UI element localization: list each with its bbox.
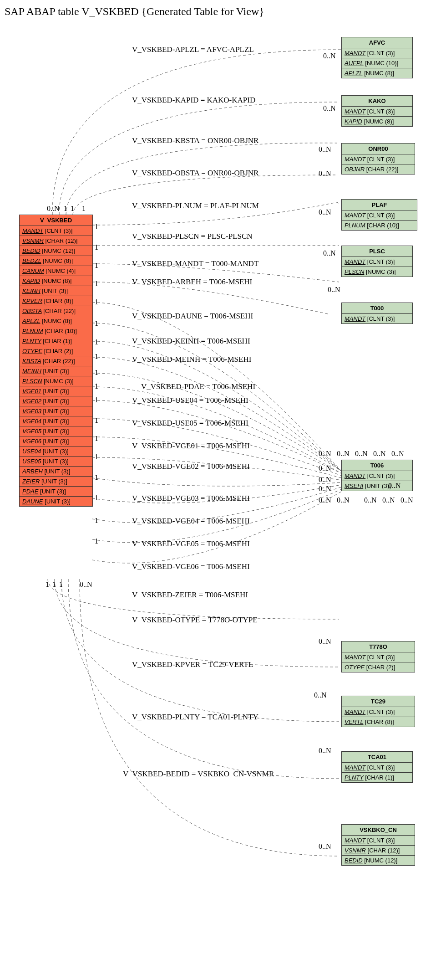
entity-field: PLSCN [NUMC (3)] [20,376,92,386]
relation-label: V_VSKBED-VGE03 = T006-MSEHI [132,494,250,503]
relation-label: V_VSKBED-KBSTA = ONR00-OBJNR [132,136,259,145]
entity-header: TC29 [342,696,415,707]
entity-field: MANDT [CLNT (3)] [342,154,415,164]
entity-field: APLZL [NUMC (8)] [20,316,92,326]
entity-t000: T000 MANDT [CLNT (3)] [341,303,413,324]
entity-header: TCA01 [342,752,412,763]
cardinality-label: 0..N [319,485,331,493]
entity-t778o: T778O MANDT [CLNT (3)]OTYPE [CHAR (2)] [341,641,415,672]
relation-label: V_VSKBED-KAPID = KAKO-KAPID [132,96,255,105]
relation-label: V_VSKBED-USE05 = T006-MSEHI [132,419,248,428]
entity-field: MANDT [CLNT (3)] [342,836,415,846]
cardinality-label: 0..N [319,496,331,504]
entity-field: VGE06 [UNIT (3)] [20,436,92,446]
cardinality-label: 1 [95,435,98,443]
relation-label: V_VSKBED-VGE01 = T006-MSEHI [132,441,250,451]
cardinality-label: 1 [95,353,98,361]
relation-label: V_VSKBED-VGE04 = T006-MSEHI [132,517,250,526]
entity-field: KBSTA [CHAR (22)] [20,356,92,366]
entity-field: OTYPE [CHAR (2)] [20,346,92,356]
cardinality-label: 0..N [319,747,331,755]
relation-label: V_VSKBED-ARBEH = T006-MSEHI [132,277,252,287]
entity-onr00: ONR00 MANDT [CLNT (3)]OBJNR [CHAR (22)] [341,143,415,174]
cardinality-label: 0..N [391,450,404,458]
cardinality-label: 0..N [323,104,336,113]
entity-field: VGE05 [UNIT (3)] [20,426,92,436]
entity-field: PLNUM [CHAR (10)] [342,221,417,230]
relation-label: V_VSKBED-KPVER = TC29-VERTL [132,660,253,669]
entity-header: VSKBKO_CN [342,825,415,836]
cardinality-label: 1 [95,494,98,502]
cardinality-label: 0..N [337,450,350,458]
cardinality-label: 0..N [47,205,60,213]
entity-field: KEINH [UNIT (3)] [20,286,92,296]
entity-plsc: PLSC MANDT [CLNT (3)]PLSCN [NUMC (3)] [341,246,413,277]
entity-field: BEDZL [NUMC (8)] [20,256,92,266]
cardinality-label: 1 [95,280,98,288]
entity-field: VGE03 [UNIT (3)] [20,406,92,416]
entity-field: MANDT [CLNT (3)] [342,707,415,717]
relation-label: V_VSKBED-OBSTA = ONR00-OBJNR [132,169,259,178]
cardinality-label: 0..N [364,496,377,504]
entity-header: PLSC [342,246,412,257]
relation-label: V_VSKBED-DAUNE = T006-MSEHI [132,312,253,321]
entity-field: MANDT [CLNT (3)] [342,48,412,58]
entity-header: PLAF [342,200,417,210]
entity-field: ARBEH [UNIT (3)] [20,467,92,477]
entity-header: KAKO [342,96,412,107]
entity-v-vskbed: V_VSKBED MANDT [CLNT (3)]VSNMR [CHAR (12… [19,215,93,507]
relation-label: V_VSKBED-PLNTY = TCA01-PLNTY [132,713,259,722]
cardinality-label: 0..N [319,842,331,851]
entity-field: APLZL [NUMC (8)] [342,68,412,78]
entity-field: OBSTA [CHAR (22)] [20,306,92,316]
cardinality-label: 1 [64,205,67,213]
cardinality-label: 1 [59,580,63,589]
entity-field: DAUNE [UNIT (3)] [20,497,92,506]
entity-field: VERTL [CHAR (8)] [342,717,415,727]
cardinality-label: 0..N [80,580,92,589]
cardinality-label: 1 [52,580,56,589]
relation-label: V_VSKBED-PDAE = T006-MSEHI [141,382,255,391]
relation-label: V_VSKBED-KEINH = T006-MSEHI [132,337,250,346]
cardinality-label: 0..N [319,208,331,216]
entity-field: MSEHI [UNIT (3)] [342,481,412,491]
entity-field: PLNUM [CHAR (10)] [20,326,92,336]
relation-label: V_VSKBED-MANDT = T000-MANDT [132,259,259,268]
entity-header: V_VSKBED [20,215,92,226]
cardinality-label: 0..N [373,450,386,458]
cardinality-label: 0..N [355,450,368,458]
cardinality-label: 0..N [400,496,413,504]
entity-field: VGE04 [UNIT (3)] [20,416,92,426]
cardinality-label: 0..N [337,496,350,504]
relation-label: V_VSKBED-PLSCN = PLSC-PLSCN [132,232,253,241]
cardinality-label: 0..N [319,464,331,472]
entity-field: KPVER [CHAR (8)] [20,296,92,306]
entity-field: BEDID [NUMC (12)] [20,246,92,256]
cardinality-label: 0..N [319,637,331,646]
entity-afvc: AFVC MANDT [CLNT (3)]AUFPL [NUMC (10)]AP… [341,37,413,78]
cardinality-label: 1 [95,537,98,545]
cardinality-label: 1 [95,416,98,425]
entity-field: OTYPE [CHAR (2)] [342,662,415,672]
relation-label: V_VSKBED-OTYPE = T778O-OTYPE [132,616,258,625]
entity-tca01: TCA01 MANDT [CLNT (3)]PLNTY [CHAR (1)] [341,751,413,783]
entity-t006: T006 MANDT [CLNT (3)]MSEHI [UNIT (3)] [341,460,413,491]
entity-field: MANDT [CLNT (3)] [342,471,412,481]
entity-field: VGE02 [UNIT (3)] [20,396,92,406]
cardinality-label: 0..N [323,249,336,257]
entity-field: PLSCN [NUMC (3)] [342,267,412,277]
entity-field: PLNTY [CHAR (1)] [342,773,412,782]
cardinality-label: 1 [71,205,74,213]
entity-tc29: TC29 MANDT [CLNT (3)]VERTL [CHAR (8)] [341,696,415,727]
relation-label: V_VSKBED-USE04 = T006-MSEHI [132,396,248,405]
entity-header: AFVC [342,37,412,48]
cardinality-label: 0..N [319,169,331,178]
entity-field: MANDT [CLNT (3)] [20,226,92,236]
relation-label: V_VSKBED-APLZL = AFVC-APLZL [132,45,254,54]
entity-field: MANDT [CLNT (3)] [342,314,412,323]
entity-field: ZEIER [UNIT (3)] [20,477,92,487]
entity-field: VSNMR [CHAR (12)] [20,236,92,246]
relation-label: V_VSKBED-VGE05 = T006-MSEHI [132,539,250,549]
entity-field: MANDT [CLNT (3)] [342,763,412,773]
cardinality-label: 0..N [314,691,327,699]
